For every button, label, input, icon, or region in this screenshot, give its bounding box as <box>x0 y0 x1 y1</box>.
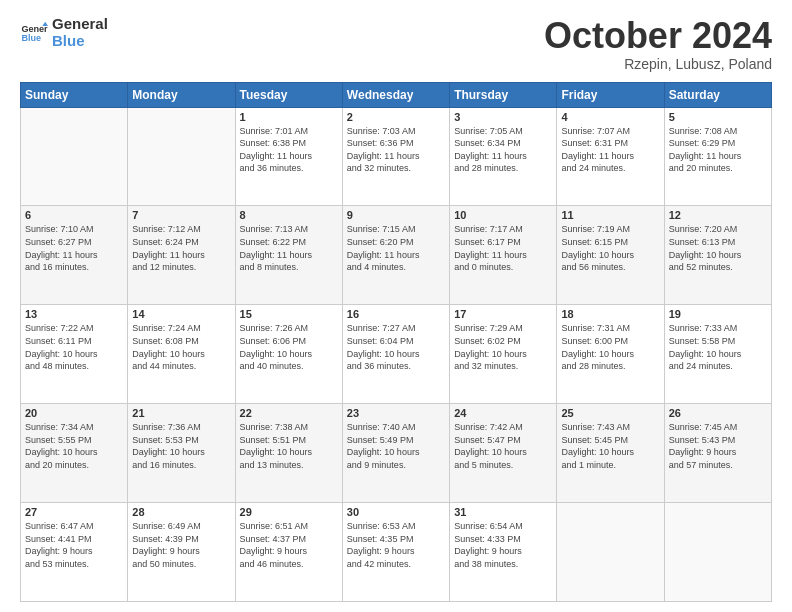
day-number: 21 <box>132 407 230 419</box>
logo-line1: General <box>52 16 108 33</box>
day-number: 31 <box>454 506 552 518</box>
week-row-2: 13Sunrise: 7:22 AM Sunset: 6:11 PM Dayli… <box>21 305 772 404</box>
day-info: Sunrise: 7:05 AM Sunset: 6:34 PM Dayligh… <box>454 125 552 175</box>
day-number: 16 <box>347 308 445 320</box>
header-day-wednesday: Wednesday <box>342 82 449 107</box>
page: General Blue General Blue October 2024 R… <box>0 0 792 612</box>
calendar-cell: 3Sunrise: 7:05 AM Sunset: 6:34 PM Daylig… <box>450 107 557 206</box>
day-info: Sunrise: 7:20 AM Sunset: 6:13 PM Dayligh… <box>669 223 767 273</box>
calendar-cell: 25Sunrise: 7:43 AM Sunset: 5:45 PM Dayli… <box>557 404 664 503</box>
day-info: Sunrise: 7:45 AM Sunset: 5:43 PM Dayligh… <box>669 421 767 471</box>
day-number: 9 <box>347 209 445 221</box>
header-day-sunday: Sunday <box>21 82 128 107</box>
day-number: 23 <box>347 407 445 419</box>
calendar-cell: 21Sunrise: 7:36 AM Sunset: 5:53 PM Dayli… <box>128 404 235 503</box>
day-info: Sunrise: 6:49 AM Sunset: 4:39 PM Dayligh… <box>132 520 230 570</box>
day-number: 4 <box>561 111 659 123</box>
day-number: 15 <box>240 308 338 320</box>
logo-icon: General Blue <box>20 19 48 47</box>
header-day-friday: Friday <box>557 82 664 107</box>
day-number: 19 <box>669 308 767 320</box>
day-info: Sunrise: 7:03 AM Sunset: 6:36 PM Dayligh… <box>347 125 445 175</box>
day-info: Sunrise: 7:15 AM Sunset: 6:20 PM Dayligh… <box>347 223 445 273</box>
header: General Blue General Blue October 2024 R… <box>20 16 772 72</box>
day-info: Sunrise: 7:01 AM Sunset: 6:38 PM Dayligh… <box>240 125 338 175</box>
day-info: Sunrise: 7:10 AM Sunset: 6:27 PM Dayligh… <box>25 223 123 273</box>
calendar-cell: 4Sunrise: 7:07 AM Sunset: 6:31 PM Daylig… <box>557 107 664 206</box>
week-row-4: 27Sunrise: 6:47 AM Sunset: 4:41 PM Dayli… <box>21 503 772 602</box>
calendar-cell: 27Sunrise: 6:47 AM Sunset: 4:41 PM Dayli… <box>21 503 128 602</box>
calendar-cell: 29Sunrise: 6:51 AM Sunset: 4:37 PM Dayli… <box>235 503 342 602</box>
day-info: Sunrise: 7:29 AM Sunset: 6:02 PM Dayligh… <box>454 322 552 372</box>
calendar-cell: 8Sunrise: 7:13 AM Sunset: 6:22 PM Daylig… <box>235 206 342 305</box>
calendar-cell: 18Sunrise: 7:31 AM Sunset: 6:00 PM Dayli… <box>557 305 664 404</box>
day-number: 7 <box>132 209 230 221</box>
day-info: Sunrise: 7:34 AM Sunset: 5:55 PM Dayligh… <box>25 421 123 471</box>
location: Rzepin, Lubusz, Poland <box>544 56 772 72</box>
calendar-cell: 13Sunrise: 7:22 AM Sunset: 6:11 PM Dayli… <box>21 305 128 404</box>
calendar-table: SundayMondayTuesdayWednesdayThursdayFrid… <box>20 82 772 602</box>
header-day-thursday: Thursday <box>450 82 557 107</box>
header-day-saturday: Saturday <box>664 82 771 107</box>
day-number: 27 <box>25 506 123 518</box>
day-number: 28 <box>132 506 230 518</box>
month-title: October 2024 <box>544 16 772 56</box>
day-info: Sunrise: 7:22 AM Sunset: 6:11 PM Dayligh… <box>25 322 123 372</box>
day-number: 17 <box>454 308 552 320</box>
calendar-cell: 9Sunrise: 7:15 AM Sunset: 6:20 PM Daylig… <box>342 206 449 305</box>
day-number: 3 <box>454 111 552 123</box>
calendar-cell: 24Sunrise: 7:42 AM Sunset: 5:47 PM Dayli… <box>450 404 557 503</box>
calendar-cell: 28Sunrise: 6:49 AM Sunset: 4:39 PM Dayli… <box>128 503 235 602</box>
logo-line2: Blue <box>52 33 108 50</box>
day-info: Sunrise: 7:42 AM Sunset: 5:47 PM Dayligh… <box>454 421 552 471</box>
day-number: 14 <box>132 308 230 320</box>
day-number: 11 <box>561 209 659 221</box>
calendar-cell: 30Sunrise: 6:53 AM Sunset: 4:35 PM Dayli… <box>342 503 449 602</box>
calendar-cell <box>557 503 664 602</box>
day-number: 25 <box>561 407 659 419</box>
title-block: October 2024 Rzepin, Lubusz, Poland <box>544 16 772 72</box>
day-info: Sunrise: 7:13 AM Sunset: 6:22 PM Dayligh… <box>240 223 338 273</box>
day-info: Sunrise: 7:19 AM Sunset: 6:15 PM Dayligh… <box>561 223 659 273</box>
calendar-cell: 26Sunrise: 7:45 AM Sunset: 5:43 PM Dayli… <box>664 404 771 503</box>
day-number: 29 <box>240 506 338 518</box>
day-info: Sunrise: 6:54 AM Sunset: 4:33 PM Dayligh… <box>454 520 552 570</box>
calendar-cell: 20Sunrise: 7:34 AM Sunset: 5:55 PM Dayli… <box>21 404 128 503</box>
calendar-cell <box>664 503 771 602</box>
logo: General Blue General Blue <box>20 16 108 49</box>
calendar-cell: 5Sunrise: 7:08 AM Sunset: 6:29 PM Daylig… <box>664 107 771 206</box>
day-info: Sunrise: 7:38 AM Sunset: 5:51 PM Dayligh… <box>240 421 338 471</box>
day-number: 12 <box>669 209 767 221</box>
day-info: Sunrise: 7:08 AM Sunset: 6:29 PM Dayligh… <box>669 125 767 175</box>
day-info: Sunrise: 7:40 AM Sunset: 5:49 PM Dayligh… <box>347 421 445 471</box>
day-info: Sunrise: 6:53 AM Sunset: 4:35 PM Dayligh… <box>347 520 445 570</box>
day-number: 18 <box>561 308 659 320</box>
day-info: Sunrise: 7:24 AM Sunset: 6:08 PM Dayligh… <box>132 322 230 372</box>
day-number: 26 <box>669 407 767 419</box>
day-number: 2 <box>347 111 445 123</box>
calendar-cell: 10Sunrise: 7:17 AM Sunset: 6:17 PM Dayli… <box>450 206 557 305</box>
day-number: 8 <box>240 209 338 221</box>
day-info: Sunrise: 7:36 AM Sunset: 5:53 PM Dayligh… <box>132 421 230 471</box>
calendar-cell: 19Sunrise: 7:33 AM Sunset: 5:58 PM Dayli… <box>664 305 771 404</box>
header-day-tuesday: Tuesday <box>235 82 342 107</box>
day-number: 30 <box>347 506 445 518</box>
day-number: 24 <box>454 407 552 419</box>
day-info: Sunrise: 7:26 AM Sunset: 6:06 PM Dayligh… <box>240 322 338 372</box>
week-row-3: 20Sunrise: 7:34 AM Sunset: 5:55 PM Dayli… <box>21 404 772 503</box>
day-info: Sunrise: 6:51 AM Sunset: 4:37 PM Dayligh… <box>240 520 338 570</box>
calendar-cell: 17Sunrise: 7:29 AM Sunset: 6:02 PM Dayli… <box>450 305 557 404</box>
calendar-cell: 2Sunrise: 7:03 AM Sunset: 6:36 PM Daylig… <box>342 107 449 206</box>
day-number: 20 <box>25 407 123 419</box>
day-info: Sunrise: 7:17 AM Sunset: 6:17 PM Dayligh… <box>454 223 552 273</box>
day-info: Sunrise: 7:43 AM Sunset: 5:45 PM Dayligh… <box>561 421 659 471</box>
calendar-cell: 14Sunrise: 7:24 AM Sunset: 6:08 PM Dayli… <box>128 305 235 404</box>
calendar-cell: 7Sunrise: 7:12 AM Sunset: 6:24 PM Daylig… <box>128 206 235 305</box>
calendar-cell: 22Sunrise: 7:38 AM Sunset: 5:51 PM Dayli… <box>235 404 342 503</box>
calendar-cell: 16Sunrise: 7:27 AM Sunset: 6:04 PM Dayli… <box>342 305 449 404</box>
calendar-cell: 23Sunrise: 7:40 AM Sunset: 5:49 PM Dayli… <box>342 404 449 503</box>
day-number: 22 <box>240 407 338 419</box>
day-info: Sunrise: 7:12 AM Sunset: 6:24 PM Dayligh… <box>132 223 230 273</box>
calendar-cell: 1Sunrise: 7:01 AM Sunset: 6:38 PM Daylig… <box>235 107 342 206</box>
day-number: 1 <box>240 111 338 123</box>
